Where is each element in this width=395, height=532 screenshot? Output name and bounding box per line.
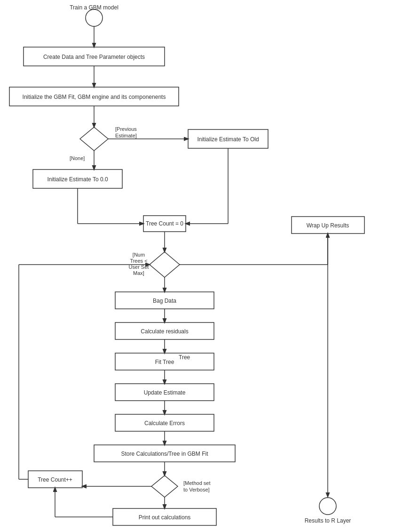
update-est-label: Update Estimate bbox=[144, 389, 186, 396]
end-node bbox=[319, 498, 336, 515]
create-data-label: Create Data and Tree Parameter objects bbox=[43, 54, 145, 60]
tree-count-label: Tree Count = 0 bbox=[146, 220, 183, 227]
tree-label: Tree bbox=[179, 354, 190, 361]
start-label: Train a GBM model bbox=[70, 4, 118, 11]
print-calc-label: Print out calculations bbox=[139, 514, 191, 521]
diamond1-shape bbox=[80, 127, 108, 151]
init-old-label: Initialize Estimate To Old bbox=[197, 136, 259, 143]
end-label: Results to R Layer bbox=[305, 517, 351, 524]
fit-tree-label: Fit Tree bbox=[155, 359, 174, 365]
init-zero-label: Initialize Estimate To 0.0 bbox=[47, 176, 108, 183]
prev-estimate-label2: Estimate] bbox=[115, 133, 137, 138]
start-node bbox=[86, 9, 103, 26]
diamond2-shape bbox=[150, 252, 180, 277]
prev-estimate-label: [Previous bbox=[115, 126, 137, 132]
num-trees-label2: Trees < bbox=[130, 258, 147, 264]
num-trees-label4: Max] bbox=[133, 270, 144, 276]
none-label: [None] bbox=[70, 155, 85, 161]
num-trees-label3: User Set bbox=[129, 264, 149, 270]
wrap-up-label: Wrap Up Results bbox=[307, 222, 349, 229]
init-gbm-label: Initialize the GBM Fit, GBM engine and i… bbox=[23, 94, 166, 100]
tree-count-pp-label: Tree Count++ bbox=[38, 476, 72, 483]
method-verbose-label1: [Method set bbox=[183, 480, 210, 486]
store-calc-label: Store Calculations/Tree in GBM Fit bbox=[121, 451, 209, 457]
diamond3-shape bbox=[151, 476, 178, 497]
bag-data-label: Bag Data bbox=[153, 298, 176, 304]
num-trees-label1: [Num bbox=[133, 252, 145, 258]
calc-err-label: Calculate Errors bbox=[144, 420, 185, 427]
method-verbose-label2: to Verbose] bbox=[183, 487, 210, 492]
calc-res-label: Calculate residuals bbox=[141, 328, 188, 335]
